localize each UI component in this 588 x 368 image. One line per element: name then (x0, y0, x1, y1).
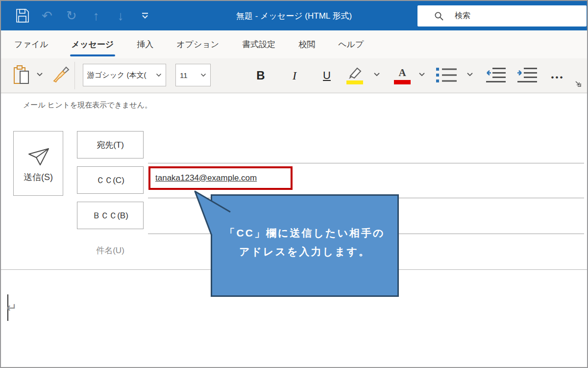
callout-bubble: 「CC」欄に送信したい相手の アドレスを入力します。 (211, 194, 399, 297)
tab-help[interactable]: ヘルプ (338, 30, 364, 58)
tab-insert[interactable]: 挿入 (137, 30, 153, 58)
send-button[interactable]: 送信(S) (13, 131, 63, 196)
text-highlight-color-button[interactable] (343, 64, 367, 87)
font-name-chevron-icon (156, 73, 162, 77)
paste-dropdown-chevron-icon[interactable] (36, 72, 43, 77)
tab-format-text[interactable]: 書式設定 (242, 30, 275, 58)
bullet-list-icon[interactable] (435, 66, 459, 87)
format-painter-icon[interactable] (52, 65, 71, 86)
dialog-launcher-icon[interactable] (574, 80, 582, 90)
paragraph-mark: ↵ (6, 300, 17, 315)
callout-text-line2: アドレスを入力します。 (239, 245, 370, 258)
search-label: 検索 (455, 11, 470, 21)
title-bar: ↶ ↻ ↑ ↓ 無題 - メッセージ (HTML 形式) 検索 (1, 1, 587, 30)
italic-button[interactable]: I (286, 64, 303, 87)
font-color-letter: A (398, 67, 406, 79)
to-field-underline (148, 163, 584, 163)
font-name-value: 游ゴシック (本文( (87, 71, 147, 80)
mailtip-message: メール ヒントを現在表示できません。 (23, 101, 152, 110)
tab-review[interactable]: 校閲 (298, 30, 315, 58)
font-color-button[interactable]: A (391, 64, 414, 87)
tab-message[interactable]: メッセージ (72, 30, 114, 58)
callout-tail (192, 190, 237, 240)
tab-file[interactable]: ファイル (14, 30, 49, 58)
bold-button[interactable]: B (251, 64, 270, 87)
callout-text-line1: 「CC」欄に送信したい相手の (225, 226, 385, 239)
tab-options[interactable]: オプション (176, 30, 219, 58)
bullet-dropdown-chevron-icon[interactable] (466, 72, 473, 77)
ribbon-tab-row: ファイル メッセージ 挿入 オプション 書式設定 校閲 ヘルプ (1, 30, 587, 58)
bcc-button[interactable]: ＢＣＣ(B) (77, 202, 144, 229)
ribbon-toolbar: 游ゴシック (本文( 11 B I U A (1, 58, 587, 93)
more-commands-button[interactable]: ••• (546, 66, 569, 89)
message-area: メール ヒントを現在表示できません。 送信(S) 宛先(T) ＣＣ(C) ＢＣＣ… (1, 93, 587, 367)
paste-icon[interactable] (13, 65, 32, 87)
font-size-chevron-icon (200, 73, 206, 77)
subject-label: 件名(U) (77, 245, 144, 256)
cc-button[interactable]: ＣＣ(C) (77, 166, 144, 194)
cc-address-value[interactable]: tanaka1234@example.com (155, 173, 257, 183)
highlight-dropdown-chevron-icon[interactable] (373, 72, 380, 77)
cc-highlight-red-box: tanaka1234@example.com (148, 166, 293, 190)
outlook-message-window: ↶ ↻ ↑ ↓ 無題 - メッセージ (HTML 形式) 検索 ファイル メッセ… (0, 0, 588, 368)
decrease-indent-icon[interactable] (485, 66, 507, 87)
font-color-dropdown-chevron-icon[interactable] (418, 72, 425, 77)
search-icon (434, 11, 444, 21)
search-box[interactable]: 検索 (417, 5, 587, 26)
font-size-select[interactable]: 11 (175, 64, 211, 86)
send-button-label: 送信(S) (24, 171, 53, 183)
font-name-select[interactable]: 游ゴシック (本文( (83, 64, 166, 86)
increase-indent-icon[interactable] (516, 66, 538, 87)
font-color-bar (394, 80, 411, 84)
font-size-value: 11 (180, 71, 188, 79)
to-button[interactable]: 宛先(T) (77, 131, 144, 158)
send-paper-plane-icon (25, 144, 51, 166)
underline-button[interactable]: U (317, 64, 337, 87)
ribbon-group-divider (74, 62, 75, 89)
